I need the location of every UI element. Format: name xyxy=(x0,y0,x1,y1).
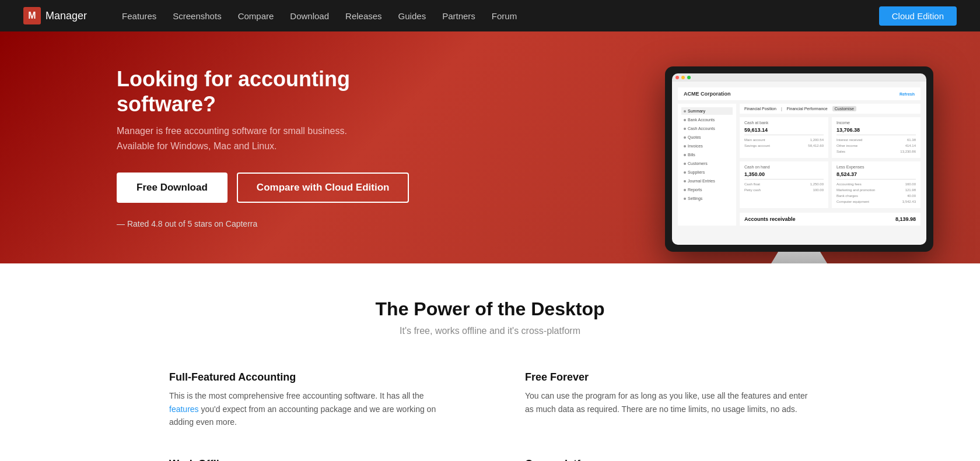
hero-section: Looking for accounting software? Manager… xyxy=(0,31,980,263)
mc-cash-hand-card: Cash on hand 1,350.00 Cash float1,250.00… xyxy=(740,161,828,208)
mc-main: Financial Position | Financial Performan… xyxy=(740,104,921,226)
dot-yellow xyxy=(681,76,685,79)
nav-guides[interactable]: Guides xyxy=(398,11,426,21)
mc-income-card: Income 13,706.38 Interest received61.38 … xyxy=(832,117,921,158)
mc-toolbar: Financial Position | Financial Performan… xyxy=(740,104,921,114)
mc-action: Refresh xyxy=(900,92,915,96)
hero-title: Looking for accounting software? xyxy=(117,66,443,117)
features-subtitle: It's free, works offline and it's cross-… xyxy=(58,326,922,336)
mc-company: ACME Corporation xyxy=(684,91,731,97)
mc-sidebar: Summary Bank Accounts Cash Accounts Quot… xyxy=(678,104,736,226)
mc-sidebar-bank: Bank Accounts xyxy=(681,116,733,124)
mc-body: Summary Bank Accounts Cash Accounts Quot… xyxy=(678,104,921,226)
cloud-edition-button[interactable]: Cloud Edition xyxy=(879,6,957,26)
nav-links: Features Screenshots Compare Download Re… xyxy=(122,11,879,21)
feature-full-accounting-desc: This is the most comprehensive free acco… xyxy=(169,389,455,428)
mc-sidebar-summary: Summary xyxy=(681,107,733,115)
features-section: The Power of the Desktop It's free, work… xyxy=(0,263,980,461)
mc-sidebar-bills: Bills xyxy=(681,151,733,159)
free-download-button[interactable]: Free Download xyxy=(117,173,228,203)
navbar: M Manager Features Screenshots Compare D… xyxy=(0,0,980,31)
mc-sidebar-quotes: Quotes xyxy=(681,133,733,141)
feature-full-accounting-title: Full-Featured Accounting xyxy=(169,371,455,383)
nav-releases[interactable]: Releases xyxy=(345,11,382,21)
logo-icon: M xyxy=(23,7,41,24)
hero-buttons: Free Download Compare with Cloud Edition xyxy=(117,173,443,203)
nav-screenshots[interactable]: Screenshots xyxy=(173,11,221,21)
feature-free-forever: Free Forever You can use the program for… xyxy=(525,371,811,428)
nav-forum[interactable]: Forum xyxy=(492,11,517,21)
mc-ar-card: Accounts receivable 8,139.98 xyxy=(740,213,921,226)
hero-content: Looking for accounting software? Manager… xyxy=(117,66,443,228)
monitor-mockup: ACME Corporation Refresh Summary Bank Ac… xyxy=(665,66,933,263)
feature-work-offline-title: Work Offline xyxy=(169,458,455,461)
hero-subtitle2: Available for Windows, Mac and Linux. xyxy=(117,141,443,152)
nav-download[interactable]: Download xyxy=(290,11,329,21)
monitor-stand xyxy=(764,252,834,263)
monitor-content: ACME Corporation Refresh Summary Bank Ac… xyxy=(672,82,926,245)
feature-free-forever-desc: You can use the program for as long as y… xyxy=(525,389,811,416)
monitor: ACME Corporation Refresh Summary Bank Ac… xyxy=(665,66,933,263)
mc-sidebar-suppliers: Suppliers xyxy=(681,168,733,176)
feature-free-forever-title: Free Forever xyxy=(525,371,811,383)
logo-text: Manager xyxy=(46,10,87,22)
nav-partners[interactable]: Partners xyxy=(442,11,475,21)
mc-cash-bank-card: Cash at bank 59,613.14 Main account1,200… xyxy=(740,117,828,158)
compare-cloud-button[interactable]: Compare with Cloud Edition xyxy=(237,173,410,203)
hero-rating: — Rated 4.8 out of 5 stars on Capterra xyxy=(117,219,443,228)
features-link[interactable]: features xyxy=(169,404,199,414)
mc-sidebar-customers: Customers xyxy=(681,160,733,167)
feature-full-accounting: Full-Featured Accounting This is the mos… xyxy=(169,371,455,428)
mc-header: ACME Corporation Refresh xyxy=(678,87,921,100)
mc-customize-btn: Customise xyxy=(832,106,856,111)
nav-compare[interactable]: Compare xyxy=(238,11,274,21)
mc-sidebar-invoices: Invoices xyxy=(681,142,733,150)
mc-sidebar-cash: Cash Accounts xyxy=(681,125,733,132)
nav-features[interactable]: Features xyxy=(122,11,156,21)
monitor-bezel: ACME Corporation Refresh Summary Bank Ac… xyxy=(672,73,926,245)
mc-sidebar-reports: Reports xyxy=(681,186,733,193)
mc-expenses-card: Less Expenses 8,524.37 Accounting fees16… xyxy=(832,161,921,208)
dot-green xyxy=(687,76,691,79)
features-grid: Full-Featured Accounting This is the mos… xyxy=(169,371,811,461)
hero-subtitle: Manager is free accounting software for … xyxy=(117,126,443,136)
dot-red xyxy=(676,76,679,79)
nav-logo[interactable]: M Manager xyxy=(23,7,87,24)
monitor-top-bar xyxy=(672,73,926,82)
mc-sidebar-journal: Journal Entries xyxy=(681,177,733,185)
feature-cross-platform-title: Cross-platform xyxy=(525,458,811,461)
feature-work-offline: Work Offline All of your work can be don… xyxy=(169,458,455,461)
features-title: The Power of the Desktop xyxy=(58,298,922,320)
mc-grid: Cash at bank 59,613.14 Main account1,200… xyxy=(740,117,921,208)
monitor-screen: ACME Corporation Refresh Summary Bank Ac… xyxy=(665,66,933,252)
mc-sidebar-settings: Settings xyxy=(681,195,733,202)
feature-cross-platform: Cross-platform It is available for downl… xyxy=(525,458,811,461)
